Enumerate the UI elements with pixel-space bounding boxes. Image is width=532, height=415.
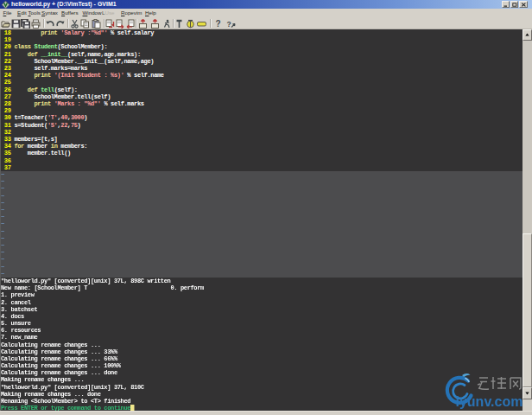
svg-text:?: ? — [227, 19, 231, 28]
svg-text:iyunv.com: iyunv.com — [456, 394, 523, 409]
svg-text:?: ? — [215, 19, 220, 29]
